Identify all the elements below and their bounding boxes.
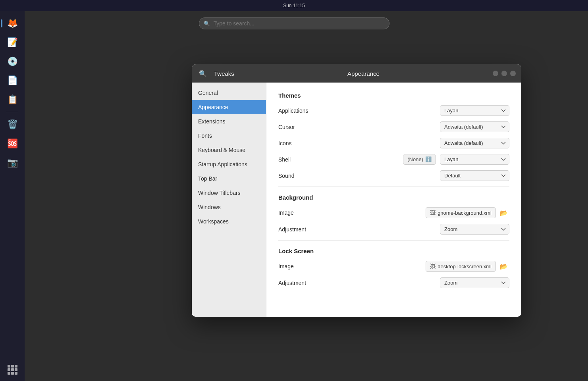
ls-image-label: Image [278, 263, 426, 269]
sidebar-item-window-titlebars[interactable]: Window Titlebars [192, 186, 266, 200]
sound-dropdown[interactable]: Default Yaru [440, 170, 509, 181]
title-search-button[interactable]: 🔍 [197, 68, 208, 79]
bg-adjustment-control: Zoom Centered Scaled Stretched [440, 224, 509, 235]
clock: Sun 11:15 [283, 3, 305, 8]
sidebar-item-windows[interactable]: Windows [192, 200, 266, 214]
icons-label: Icons [278, 140, 440, 146]
bg-image-filename: gnome-background.xml [438, 210, 492, 216]
content-area: General Appearance Extensions Fonts Keyb… [192, 83, 521, 317]
search-icon: 🔍 [204, 21, 210, 27]
dock-item-clipboard[interactable]: 📋 [4, 91, 21, 108]
dock-item-help[interactable]: 🆘 [4, 135, 21, 152]
applications-label: Applications [278, 108, 440, 114]
minimize-button[interactable] [493, 71, 498, 76]
dock-item-firefox[interactable]: 🦊 [4, 15, 21, 32]
sidebar-item-extensions[interactable]: Extensions [192, 114, 266, 129]
bg-adjustment-label: Adjustment [278, 226, 440, 233]
ls-image-filename: desktop-lockscreen.xml [438, 264, 492, 269]
dock-item-disk[interactable]: 💿 [4, 53, 21, 70]
cursor-row: Cursor Adwaita (default) DMZ-White [278, 121, 509, 132]
shell-row: Shell (None) ℹ️ Layan Adwaita [278, 154, 509, 165]
dock-item-trash[interactable]: 🗑️ [4, 116, 21, 133]
top-bar: Sun 11:15 [0, 0, 588, 11]
bg-image-control: 🖼 gnome-background.xml 📂 [426, 207, 509, 218]
ls-image-row: Image 🖼 desktop-lockscreen.xml 📂 [278, 261, 509, 272]
shell-none-text: (None) [407, 156, 423, 162]
icons-control: Adwaita (default) Papirus [440, 138, 509, 148]
shell-none-indicator: (None) ℹ️ [403, 154, 436, 165]
shell-dropdown[interactable]: Layan Adwaita [440, 154, 509, 165]
bg-image-value: 🖼 gnome-background.xml [426, 207, 496, 218]
dock-item-notes[interactable]: 📝 [4, 34, 21, 51]
dock-apps-grid-button[interactable] [4, 361, 21, 378]
ls-adjustment-row: Adjustment Zoom Centered Scaled Stretche… [278, 277, 509, 288]
sound-row: Sound Default Yaru [278, 170, 509, 181]
divider-1 [278, 187, 509, 187]
sidebar-item-workspaces[interactable]: Workspaces [192, 214, 266, 229]
dock: 🦊 📝 💿 📄 📋 🗑️ 🆘 📷 [0, 11, 25, 381]
applications-dropdown[interactable]: Layan Adwaita Arc [440, 105, 509, 116]
bg-adjustment-dropdown[interactable]: Zoom Centered Scaled Stretched [440, 224, 509, 235]
sidebar-item-startup-applications[interactable]: Startup Applications [192, 157, 266, 171]
dock-item-camera[interactable]: 📷 [4, 154, 21, 171]
maximize-button[interactable] [501, 71, 507, 76]
sidebar-item-fonts[interactable]: Fonts [192, 129, 266, 143]
icons-dropdown[interactable]: Adwaita (default) Papirus [440, 138, 509, 148]
close-button[interactable] [510, 71, 516, 76]
ls-image-icon: 🖼 [430, 263, 436, 269]
sidebar-item-general[interactable]: General [192, 86, 266, 100]
grid-icon [8, 365, 17, 375]
section-title-bar: Appearance [238, 70, 489, 77]
divider-2 [278, 240, 509, 241]
search-input[interactable] [199, 17, 389, 29]
icons-row: Icons Adwaita (default) Papirus [278, 138, 509, 148]
cursor-label: Cursor [278, 124, 440, 130]
ls-adjustment-control: Zoom Centered Scaled Stretched [440, 277, 509, 288]
sidebar-item-keyboard-mouse[interactable]: Keyboard & Mouse [192, 143, 266, 157]
main-content: Themes Applications Layan Adwaita Arc Cu… [266, 83, 521, 317]
ls-adjustment-label: Adjustment [278, 280, 440, 286]
cursor-dropdown[interactable]: Adwaita (default) DMZ-White [440, 121, 509, 132]
title-bar: 🔍 Tweaks Appearance [192, 64, 521, 83]
shell-info-icon: ℹ️ [425, 156, 432, 162]
ls-image-value: 🖼 desktop-lockscreen.xml [426, 261, 496, 272]
dock-separator [6, 112, 18, 112]
sidebar-item-appearance[interactable]: Appearance [192, 100, 266, 114]
cursor-control: Adwaita (default) DMZ-White [440, 121, 509, 132]
dock-item-editor[interactable]: 📄 [4, 72, 21, 89]
shell-label: Shell [278, 156, 403, 163]
lockscreen-section-title: Lock Screen [278, 248, 509, 254]
background-section-title: Background [278, 194, 509, 201]
ls-image-control: 🖼 desktop-lockscreen.xml 📂 [426, 261, 509, 272]
shell-control: (None) ℹ️ Layan Adwaita [403, 154, 509, 165]
applications-control: Layan Adwaita Arc [440, 105, 509, 116]
ls-image-picker-button[interactable]: 📂 [498, 262, 509, 271]
themes-section-title: Themes [278, 92, 509, 99]
tweaks-window: 🔍 Tweaks Appearance General Appearance E… [192, 64, 521, 317]
bg-image-row: Image 🖼 gnome-background.xml 📂 [278, 207, 509, 218]
bg-image-icon: 🖼 [430, 210, 436, 216]
search-container: 🔍 [199, 17, 389, 29]
sound-label: Sound [278, 173, 440, 179]
bg-adjustment-row: Adjustment Zoom Centered Scaled Stretche… [278, 224, 509, 235]
app-title: Tweaks [214, 70, 234, 77]
window-controls [493, 71, 516, 76]
bg-image-label: Image [278, 210, 426, 216]
sidebar-item-top-bar[interactable]: Top Bar [192, 171, 266, 186]
sound-control: Default Yaru [440, 170, 509, 181]
applications-row: Applications Layan Adwaita Arc [278, 105, 509, 116]
sidebar: General Appearance Extensions Fonts Keyb… [192, 83, 266, 317]
bg-image-picker-button[interactable]: 📂 [498, 208, 509, 217]
ls-adjustment-dropdown[interactable]: Zoom Centered Scaled Stretched [440, 277, 509, 288]
